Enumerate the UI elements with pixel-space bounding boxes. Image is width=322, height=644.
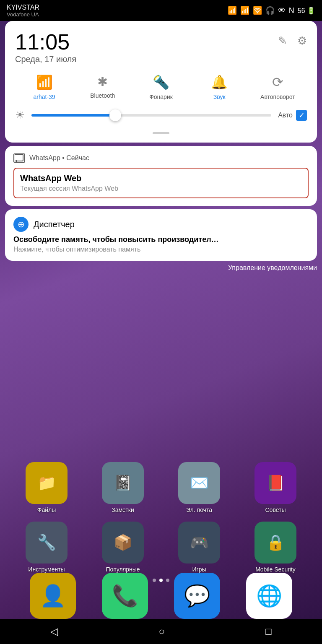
- sound-label: Звук: [213, 93, 226, 100]
- tools-label: Инструменты: [28, 566, 65, 573]
- whatsapp-text: Текущая сессия WhatsApp Web: [20, 185, 302, 192]
- carrier-sub: Vodafone UA: [7, 11, 39, 18]
- carrier-info: KYIVSTAR Vodafone UA: [7, 3, 39, 18]
- brightness-fill: [31, 114, 115, 117]
- wifi-icon: 📶: [36, 74, 53, 90]
- tips-icon: 📕: [254, 462, 296, 504]
- popular-label: Популярные: [106, 566, 140, 573]
- games-label: Игры: [192, 566, 206, 573]
- toggle-row: 📶 arhat-39 ✱ Bluetooth 🔦 Фонарик 🔔 Звук …: [15, 74, 307, 100]
- app-email[interactable]: ✉️ Эл. почта: [172, 462, 226, 513]
- dock: 👤 📞 💬 🌐: [17, 573, 305, 619]
- settings-button[interactable]: ⚙: [297, 34, 307, 47]
- bluetooth-label: Bluetooth: [90, 92, 115, 99]
- dispatcher-notification[interactable]: ⊕ Диспетчер Освободите память, чтобы пов…: [5, 209, 317, 261]
- notes-label: Заметки: [112, 506, 134, 513]
- tools-icon: 🔧: [26, 522, 68, 564]
- signal-icon: 📶: [228, 6, 237, 15]
- dispatcher-text: Нажмите, чтобы оптимизировать память: [13, 246, 309, 253]
- qs-date: Среда, 17 июля: [15, 55, 76, 64]
- games-icon: 🎮: [178, 522, 220, 564]
- dispatcher-title: Освободите память, чтобы повысить произв…: [13, 235, 309, 244]
- dock-contacts[interactable]: 👤: [30, 573, 76, 619]
- brightness-row: ☀ Авто ✓: [15, 109, 307, 122]
- notification-panel: 11:05 Среда, 17 июля ✎ ⚙ 📶 arhat-39 ✱ Bl…: [5, 21, 317, 277]
- back-button[interactable]: ◁: [50, 626, 58, 637]
- app-security[interactable]: 🔒 Mobile Security: [248, 522, 303, 573]
- security-icon: 🔒: [254, 522, 296, 564]
- bluetooth-icon: ✱: [97, 74, 108, 89]
- dock-chrome[interactable]: 🌐: [246, 573, 292, 619]
- email-icon: ✉️: [178, 462, 220, 504]
- flashlight-icon: 🔦: [153, 74, 169, 90]
- edit-button[interactable]: ✎: [278, 34, 287, 47]
- drag-handle: [15, 128, 307, 136]
- tips-label: Советы: [265, 506, 286, 513]
- files-icon: 📁: [26, 462, 68, 504]
- battery-level: 56 🔋: [298, 7, 315, 15]
- brightness-thumb[interactable]: [109, 109, 121, 121]
- dispatcher-icon: ⊕: [13, 217, 29, 232]
- toggle-wifi[interactable]: 📶 arhat-39: [15, 74, 73, 100]
- dispatcher-name: Диспетчер: [34, 220, 75, 229]
- nav-bar: ◁ ○ □: [0, 619, 322, 644]
- notif-header: WhatsApp • Сейчас: [13, 153, 309, 163]
- brightness-auto: Авто ✓: [278, 110, 307, 121]
- app-popular[interactable]: 📦 Популярные: [96, 522, 150, 573]
- wifi-connected-icon: 🛜: [253, 6, 262, 15]
- eye-icon: 👁: [278, 6, 286, 15]
- qs-actions: ✎ ⚙: [278, 34, 307, 47]
- status-right: 📶 📶 🛜 🎧 👁 N 56 🔋: [228, 6, 315, 15]
- app-notes[interactable]: 📓 Заметки: [96, 462, 150, 513]
- popular-icon: 📦: [102, 522, 144, 564]
- home-button[interactable]: ○: [158, 626, 165, 637]
- qs-time: 11:05: [15, 31, 76, 53]
- wifi-icon-status: 📶: [240, 6, 249, 15]
- dock-messages[interactable]: 💬: [174, 573, 220, 619]
- rotate-icon: ⟳: [272, 74, 283, 90]
- whatsapp-notification[interactable]: WhatsApp • Сейчас WhatsApp Web Текущая с…: [5, 146, 317, 206]
- app-tips[interactable]: 📕 Советы: [248, 462, 303, 513]
- nfc-icon: N: [289, 6, 294, 15]
- app-files[interactable]: 📁 Файлы: [19, 462, 74, 513]
- disp-header: ⊕ Диспетчер: [13, 217, 309, 232]
- toggle-sound[interactable]: 🔔 Звук: [190, 74, 249, 100]
- drag-handle-bar: [153, 132, 169, 134]
- app-games[interactable]: 🎮 Игры: [172, 522, 226, 573]
- whatsapp-title: WhatsApp Web: [20, 174, 302, 183]
- notes-icon: 📓: [102, 462, 144, 504]
- app-grid: 📁 Файлы 📓 Заметки ✉️ Эл. почта 📕 Советы …: [0, 462, 322, 581]
- whatsapp-app-icon: [13, 153, 25, 163]
- app-tools[interactable]: 🔧 Инструменты: [19, 522, 74, 573]
- toggle-bluetooth[interactable]: ✱ Bluetooth: [73, 74, 132, 99]
- brightness-icon: ☀: [15, 109, 25, 122]
- headphones-icon: 🎧: [265, 6, 275, 15]
- dock-phone[interactable]: 📞: [102, 573, 148, 619]
- quick-settings-card: 11:05 Среда, 17 июля ✎ ⚙ 📶 arhat-39 ✱ Bl…: [5, 21, 317, 143]
- flashlight-label: Фонарик: [149, 93, 173, 100]
- manage-notifications[interactable]: Управление уведомлениями: [5, 264, 317, 272]
- status-bar: KYIVSTAR Vodafone UA 📶 📶 🛜 🎧 👁 N 56 🔋: [0, 0, 322, 21]
- autorotate-label: Автоповорот: [260, 93, 295, 100]
- qs-time-date: 11:05 Среда, 17 июля: [15, 31, 76, 64]
- toggle-autorotate[interactable]: ⟳ Автоповорот: [249, 74, 307, 100]
- app-row-2: 🔧 Инструменты 📦 Популярные 🎮 Игры 🔒 Mobi…: [8, 522, 314, 573]
- bell-icon: 🔔: [211, 74, 228, 90]
- whatsapp-app-name: WhatsApp • Сейчас: [29, 154, 89, 162]
- email-label: Эл. почта: [186, 506, 212, 513]
- brightness-slider[interactable]: [31, 114, 271, 117]
- carrier-name: KYIVSTAR: [7, 3, 39, 11]
- brightness-auto-checkbox[interactable]: ✓: [296, 110, 307, 121]
- app-row-1: 📁 Файлы 📓 Заметки ✉️ Эл. почта 📕 Советы: [8, 462, 314, 513]
- recent-button[interactable]: □: [265, 626, 272, 637]
- svg-rect-0: [15, 154, 23, 161]
- toggle-flashlight[interactable]: 🔦 Фонарик: [132, 74, 190, 100]
- manage-notif-label: Управление уведомлениями: [228, 264, 317, 271]
- wifi-label: arhat-39: [34, 93, 55, 100]
- brightness-auto-label: Авто: [278, 112, 293, 119]
- whatsapp-notification-body: WhatsApp Web Текущая сессия WhatsApp Web: [13, 168, 309, 198]
- files-label: Файлы: [37, 506, 56, 513]
- qs-header: 11:05 Среда, 17 июля ✎ ⚙: [15, 31, 307, 64]
- security-label: Mobile Security: [255, 566, 296, 573]
